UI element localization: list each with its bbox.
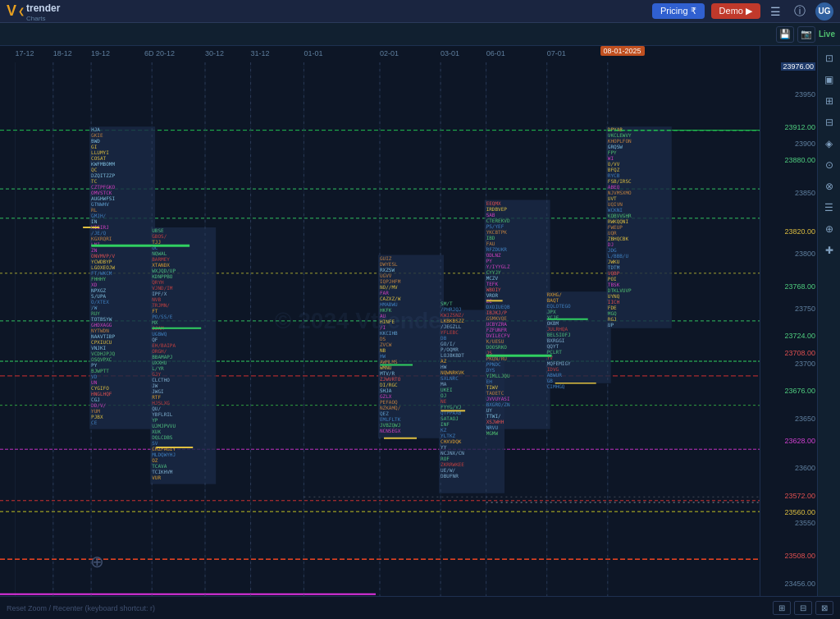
- logo-text-group: trender Charts: [26, 0, 60, 22]
- chart-area[interactable]: © 2024 Vtrender 17-12 18-12 19-12 6D 20-…: [0, 46, 760, 596]
- chart-canvas: [0, 46, 760, 596]
- user-avatar[interactable]: UG: [815, 2, 833, 21]
- price-23768: 23768.00: [784, 282, 815, 291]
- zoom-in-button[interactable]: ⊞: [773, 601, 791, 615]
- panel-btn-1[interactable]: ⊡: [820, 49, 838, 67]
- menu-button[interactable]: ☰: [767, 3, 784, 20]
- panel-btn-5[interactable]: ◈: [820, 135, 838, 153]
- date-label-6: 01-01: [304, 49, 322, 57]
- zoom-fit-button[interactable]: ⊟: [794, 601, 812, 615]
- panel-btn-2[interactable]: ▣: [820, 71, 838, 89]
- date-label-5: 31-12: [251, 49, 270, 57]
- logo-chevron-icon: ❮: [18, 7, 25, 16]
- live-indicator: Live: [819, 30, 835, 39]
- price-23628: 23628.00: [784, 437, 815, 445]
- date-label-10: 07-01: [547, 49, 566, 57]
- price-axis: 23976.00 23950 23912.00 23900 23880.00 2…: [760, 46, 817, 596]
- price-23850: 23850: [795, 189, 815, 197]
- price-23976: 23976.00: [781, 62, 815, 71]
- zoom-out-button[interactable]: ⊠: [815, 601, 833, 615]
- price-23724: 23724.00: [784, 332, 815, 340]
- date-axis: 17-12 18-12 19-12 6D 20-12 30-12 31-12 0…: [0, 46, 760, 61]
- date-label-1: 18-12: [53, 49, 72, 57]
- pricing-button[interactable]: Pricing ₹: [652, 3, 705, 19]
- price-23572: 23572.00: [784, 492, 815, 500]
- price-23880: 23880.00: [784, 156, 815, 164]
- date-label-3: 6D 20-12: [144, 49, 175, 57]
- price-23550: 23550: [795, 519, 815, 527]
- top-navigation: V ❮ trender Charts Pricing ₹ Demo ▶ ☰ ⓘ …: [0, 0, 840, 23]
- chart-toolbar: 💾 📷 Live: [0, 23, 840, 46]
- price-23456: 23456.00: [784, 580, 815, 588]
- date-label-7: 02-01: [380, 49, 399, 57]
- date-label-9: 06-01: [486, 49, 505, 57]
- price-23650: 23650: [795, 415, 815, 423]
- panel-btn-9[interactable]: ⊕: [820, 220, 838, 238]
- logo: V ❮ trender Charts: [7, 0, 60, 22]
- date-label-4: 30-12: [205, 49, 224, 57]
- price-23912: 23912.00: [784, 123, 815, 131]
- panel-btn-8[interactable]: ☰: [820, 199, 838, 217]
- price-23900: 23900: [795, 140, 815, 148]
- price-23800: 23800: [795, 250, 815, 258]
- price-23560: 23560.00: [784, 508, 815, 516]
- date-label-8: 03-01: [441, 49, 459, 57]
- logo-v-icon: V: [7, 2, 16, 20]
- price-23600: 23600: [795, 464, 815, 472]
- info-button[interactable]: ⓘ: [791, 2, 809, 21]
- bottom-hint: Reset Zoom / Recenter (keyboard shortcut…: [7, 604, 155, 612]
- panel-btn-10[interactable]: ✚: [820, 241, 838, 259]
- date-label-2: 19-12: [91, 49, 110, 57]
- price-23750: 23750: [795, 305, 815, 313]
- screenshot-button[interactable]: 📷: [797, 26, 815, 43]
- main-content: © 2024 Vtrender 17-12 18-12 19-12 6D 20-…: [0, 46, 840, 596]
- date-label-0: 17-12: [16, 49, 34, 57]
- logo-sub: Charts: [26, 15, 60, 22]
- date-highlight-box: 08-01-2025: [600, 46, 645, 56]
- price-23676: 23676.00: [784, 387, 815, 395]
- bottom-bar: Reset Zoom / Recenter (keyboard shortcut…: [0, 596, 840, 619]
- price-23820: 23820.00: [784, 227, 815, 236]
- bottom-right-buttons: ⊞ ⊟ ⊠: [773, 601, 833, 615]
- panel-btn-4[interactable]: ⊟: [820, 113, 838, 131]
- panel-btn-6[interactable]: ⊙: [820, 156, 838, 174]
- logo-name: trender: [26, 2, 60, 14]
- panel-btn-3[interactable]: ⊞: [820, 92, 838, 110]
- nav-right-buttons: Pricing ₹ Demo ▶ ☰ ⓘ UG: [652, 2, 833, 21]
- price-23508: 23508.00: [784, 552, 815, 560]
- price-23708: 23708.00: [784, 349, 815, 357]
- focus-icon[interactable]: ⊕: [90, 552, 104, 571]
- price-23700: 23700: [795, 360, 815, 368]
- save-button[interactable]: 💾: [776, 26, 794, 43]
- price-23950: 23950: [795, 90, 815, 99]
- demo-button[interactable]: Demo ▶: [711, 3, 760, 19]
- panel-btn-7[interactable]: ⊗: [820, 177, 838, 195]
- right-panel: ⊡ ▣ ⊞ ⊟ ◈ ⊙ ⊗ ☰ ⊕ ✚: [817, 46, 840, 596]
